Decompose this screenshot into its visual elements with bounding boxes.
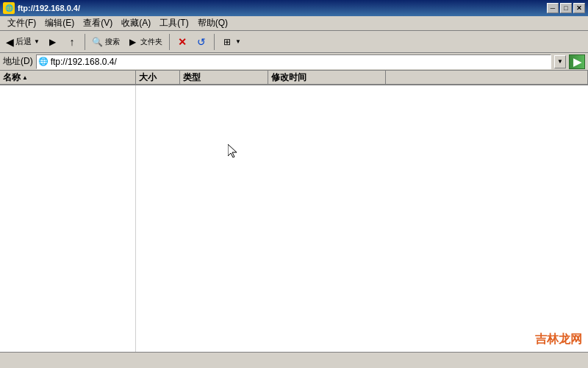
toolbar: ◀ 后退 ▼ ▶ ↑ 🔍 搜索 ▶ 文件夹 ✕ ↺ ⊞ ▼ <box>0 31 588 53</box>
sort-arrow-icon: ▲ <box>22 74 28 81</box>
minimize-button[interactable]: ─ <box>547 3 559 13</box>
col-header-modified[interactable]: 修改时间 <box>268 71 386 84</box>
up-icon: ↑ <box>66 36 78 48</box>
title-bar-controls[interactable]: ─ □ ✕ <box>547 3 585 13</box>
views-button[interactable]: ⊞ ▼ <box>218 33 244 51</box>
address-go-button[interactable]: ▶ <box>569 54 585 69</box>
search-label: 搜索 <box>105 37 120 47</box>
menu-edit[interactable]: 编辑(E) <box>40 15 79 31</box>
refresh-icon: ↺ <box>196 36 207 48</box>
left-panel <box>0 85 136 352</box>
watermark: 吉林龙网 <box>535 332 582 347</box>
views-icon: ⊞ <box>221 36 233 48</box>
close-button[interactable]: ✕ <box>573 3 585 13</box>
svg-marker-0 <box>228 144 237 158</box>
ftp-icon: 🌐 <box>38 57 49 66</box>
address-dropdown-button[interactable]: ▼ <box>554 55 566 68</box>
toolbar-sep-1 <box>85 34 85 50</box>
col-size-label: 大小 <box>139 71 157 84</box>
col-header-size[interactable]: 大小 <box>136 71 180 84</box>
main-content <box>0 85 588 352</box>
window-icon: 🌐 <box>3 2 15 14</box>
toolbar-sep-3 <box>214 34 215 50</box>
back-arrow-icon: ◀ <box>6 36 14 48</box>
menu-tools[interactable]: 工具(T) <box>155 15 193 31</box>
right-panel <box>136 85 588 352</box>
address-input-wrap: 🌐 <box>36 54 551 69</box>
col-modified-label: 修改时间 <box>271 71 306 84</box>
forward-icon: ▶ <box>47 36 59 48</box>
address-bar: 地址(D) 🌐 ▼ ▶ <box>0 53 588 71</box>
back-dropdown-icon[interactable]: ▼ <box>34 38 40 45</box>
column-headers: 名称 ▲ 大小 类型 修改时间 <box>0 71 588 85</box>
up-button[interactable]: ↑ <box>63 33 81 51</box>
col-header-type[interactable]: 类型 <box>180 71 268 84</box>
back-label: 后退 <box>15 36 32 47</box>
menu-favorites[interactable]: 收藏(A) <box>117 15 155 31</box>
views-dropdown-icon[interactable]: ▼ <box>235 38 241 45</box>
folders-icon: ▶ <box>127 36 139 48</box>
folders-label: 文件夹 <box>140 37 162 47</box>
maximize-button[interactable]: □ <box>560 3 572 13</box>
address-label: 地址(D) <box>3 55 33 68</box>
stop-button[interactable]: ✕ <box>173 33 191 51</box>
status-bar <box>0 352 588 368</box>
window-title: ftp://192.168.0.4/ <box>18 4 80 13</box>
menu-file[interactable]: 文件(F) <box>3 15 40 31</box>
col-header-name[interactable]: 名称 ▲ <box>0 71 136 84</box>
back-button[interactable]: ◀ 后退 ▼ <box>3 33 43 51</box>
forward-button[interactable]: ▶ <box>44 33 62 51</box>
menu-bar: 文件(F) 编辑(E) 查看(V) 收藏(A) 工具(T) 帮助(Q) <box>0 16 588 31</box>
toolbar-sep-2 <box>169 34 170 50</box>
col-type-label: 类型 <box>183 71 201 84</box>
address-input[interactable] <box>51 57 549 67</box>
mouse-cursor <box>228 144 237 158</box>
col-name-label: 名称 <box>3 71 21 84</box>
refresh-button[interactable]: ↺ <box>193 33 210 51</box>
stop-icon: ✕ <box>176 36 188 48</box>
folders-button[interactable]: ▶ 文件夹 <box>124 33 165 51</box>
search-button[interactable]: 🔍 搜索 <box>89 33 123 51</box>
search-icon: 🔍 <box>92 36 104 48</box>
menu-help[interactable]: 帮助(Q) <box>193 15 232 31</box>
title-bar-left: 🌐 ftp://192.168.0.4/ <box>3 2 80 14</box>
menu-view[interactable]: 查看(V) <box>79 15 117 31</box>
title-bar: 🌐 ftp://192.168.0.4/ ─ □ ✕ <box>0 0 588 16</box>
col-header-rest <box>386 71 588 84</box>
